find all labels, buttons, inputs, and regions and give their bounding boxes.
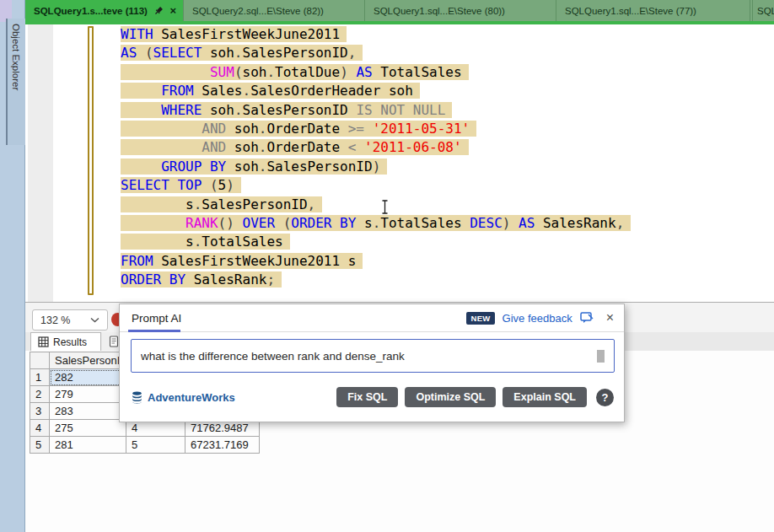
zoom-level-dropdown[interactable]: 132 % <box>32 309 108 330</box>
grid-row-header[interactable]: 2 <box>30 386 50 403</box>
messages-icon <box>109 336 119 347</box>
code-line: AND soh.OrderDate < '2011-06-08' <box>121 138 631 157</box>
sql-code[interactable]: WITH SalesFirstWeekJune2011AS (SELECT so… <box>121 25 631 290</box>
pin-icon[interactable] <box>153 6 164 16</box>
code-line: SELECT TOP (5) <box>121 176 631 195</box>
prompt-ai-dialog: Prompt AI NEW Give feedback × AdventureW… <box>119 304 625 422</box>
close-tab-icon[interactable]: × <box>169 4 176 17</box>
change-tracking-bar <box>88 26 94 295</box>
tab-label: SQLQuery2.sql...E\Steve (82)) <box>192 6 324 16</box>
active-tab-label: SQLQuery1.s...teve (113))* <box>34 6 148 16</box>
code-line: FROM Sales.SalesOrderHeader soh <box>121 82 631 100</box>
prompt-input[interactable] <box>131 339 615 373</box>
optimize-sql-button[interactable]: Optimize SQL <box>405 387 496 407</box>
ibeam-cursor-icon <box>381 200 389 218</box>
document-tab-bar: SQLQuery1.s...teve (113))* × SQLQuery2.s… <box>25 0 774 21</box>
help-icon[interactable]: ? <box>596 389 614 406</box>
close-icon[interactable]: × <box>606 311 614 325</box>
table-row: 5281567231.7169 <box>30 437 260 454</box>
grid-icon <box>38 336 49 347</box>
tab-overflow-partial[interactable]: SQL <box>752 0 774 21</box>
grid-cell[interactable]: 279 <box>50 386 126 403</box>
editor-margin-gutter <box>28 24 53 302</box>
grid-cell[interactable]: 282 <box>50 369 126 386</box>
grid-column-header[interactable] <box>30 352 50 369</box>
tab-label: SQLQuery1.sql...E\Steve (80)) <box>374 6 505 16</box>
code-line: WITH SalesFirstWeekJune2011 <box>121 25 631 44</box>
grid-cell[interactable]: 281 <box>50 437 126 454</box>
sql-editor[interactable]: WITH SalesFirstWeekJune2011AS (SELECT so… <box>25 24 774 302</box>
code-line: SUM(soh.TotalDue) AS TotalSales <box>121 63 631 82</box>
code-line: AND soh.OrderDate >= '2011-05-31' <box>121 120 631 138</box>
zoom-level-value: 132 % <box>40 314 70 326</box>
chevron-down-icon <box>90 317 99 323</box>
ssms-window: Object Explorer SQLQuery1.s...teve (113)… <box>0 0 774 532</box>
database-icon <box>132 391 142 404</box>
feedback-chat-icon[interactable] <box>580 312 594 324</box>
grid-cell[interactable]: 67231.7169 <box>185 437 260 454</box>
tab-label: SQLQuery1.sql...E\Steve (77)) <box>565 6 696 16</box>
input-cursor-block <box>597 350 605 363</box>
prompt-ai-footer: AdventureWorks Fix SQL Optimize SQL Expl… <box>132 386 614 408</box>
tab-results[interactable]: Results <box>30 332 101 351</box>
prompt-ai-title-underline <box>128 330 180 332</box>
tab-sqlquery1-80[interactable]: SQLQuery1.sql...E\Steve (80)) <box>365 0 556 21</box>
left-dock-strip: Object Explorer <box>0 0 25 532</box>
grid-cell[interactable]: 5 <box>126 437 185 454</box>
code-line: AS (SELECT soh.SalesPersonID, <box>121 44 631 62</box>
grid-cell[interactable]: 283 <box>50 403 126 420</box>
new-badge: NEW <box>466 312 494 325</box>
grid-row-header[interactable]: 5 <box>30 437 50 454</box>
code-line: s.TotalSales <box>121 233 631 251</box>
results-tab-label: Results <box>53 336 87 348</box>
grid-row-header[interactable]: 3 <box>30 403 50 420</box>
prompt-ai-title: Prompt AI <box>132 312 181 325</box>
prompt-ai-header: Prompt AI NEW Give feedback × <box>120 304 624 332</box>
object-explorer-tab[interactable]: Object Explorer <box>6 19 25 145</box>
code-line: RANK() OVER (ORDER BY s.TotalSales DESC)… <box>121 214 631 233</box>
object-explorer-label: Object Explorer <box>11 24 21 90</box>
tab-sqlquery1-77[interactable]: SQLQuery1.sql...E\Steve (77)) <box>556 0 750 21</box>
code-line: FROM SalesFirstWeekJune2011 s <box>121 252 631 271</box>
code-line: ORDER BY SalesRank; <box>121 271 631 289</box>
grid-cell[interactable]: 275 <box>50 420 126 437</box>
grid-row-header[interactable]: 4 <box>30 420 50 437</box>
give-feedback-link[interactable]: Give feedback <box>503 312 572 325</box>
fix-sql-button[interactable]: Fix SQL <box>336 387 398 407</box>
tab-label: SQL <box>757 6 774 16</box>
tab-sqlquery1-active[interactable]: SQLQuery1.s...teve (113))* × <box>25 0 184 21</box>
tab-sqlquery2[interactable]: SQLQuery2.sql...E\Steve (82)) <box>184 0 365 21</box>
grid-column-header[interactable]: SalesPersonID <box>50 352 126 369</box>
code-line: GROUP BY soh.SalesPersonID) <box>121 158 631 176</box>
explain-sql-button[interactable]: Explain SQL <box>503 387 587 407</box>
database-name[interactable]: AdventureWorks <box>148 391 235 404</box>
code-line: WHERE soh.SalesPersonID IS NOT NULL <box>121 101 631 120</box>
code-line: s.SalesPersonID, <box>121 196 631 214</box>
grid-row-header[interactable]: 1 <box>30 369 50 386</box>
